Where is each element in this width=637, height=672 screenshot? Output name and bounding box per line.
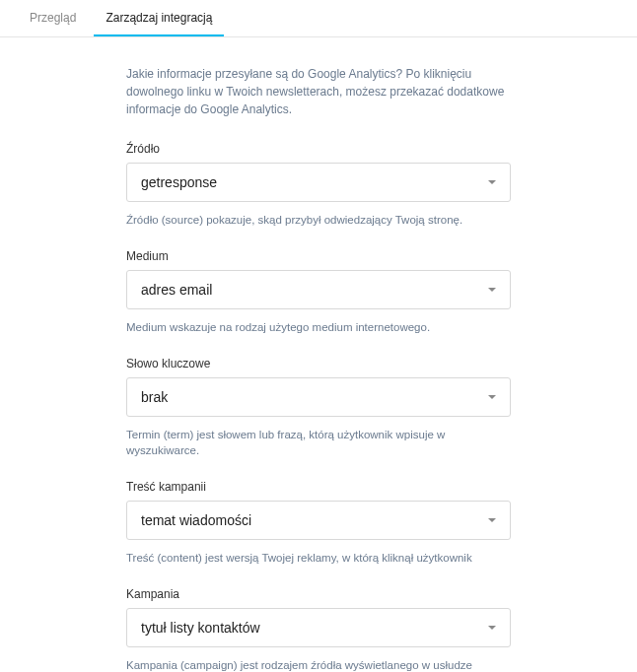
keyword-dropdown[interactable]: brak bbox=[126, 377, 511, 417]
medium-hint: Medium wskazuje na rodzaj użytego medium… bbox=[126, 319, 511, 335]
content-label: Treść kampanii bbox=[126, 480, 511, 494]
medium-value: adres email bbox=[141, 282, 212, 298]
field-medium: Medium adres email Medium wskazuje na ro… bbox=[126, 249, 511, 335]
content-dropdown[interactable]: temat wiadomości bbox=[126, 501, 511, 540]
keyword-label: Słowo kluczowe bbox=[126, 357, 511, 370]
medium-label: Medium bbox=[126, 249, 511, 263]
campaign-label: Kampania bbox=[126, 587, 511, 601]
form-content: Jakie informacje przesyłane są do Google… bbox=[0, 37, 637, 672]
tab-overview[interactable]: Przegląd bbox=[18, 0, 88, 36]
source-label: Źródło bbox=[126, 142, 511, 156]
content-value: temat wiadomości bbox=[141, 512, 251, 528]
content-hint: Treść (content) jest wersją Twojej rekla… bbox=[126, 550, 511, 566]
keyword-value: brak bbox=[141, 389, 168, 405]
chevron-down-icon bbox=[488, 180, 496, 184]
keyword-hint: Termin (term) jest słowem lub frazą, któ… bbox=[126, 427, 511, 458]
source-hint: Źródło (source) pokazuje, skąd przybył o… bbox=[126, 212, 511, 228]
chevron-down-icon bbox=[488, 518, 496, 522]
field-campaign: Kampania tytuł listy kontaktów Kampania … bbox=[126, 587, 511, 672]
source-value: getresponse bbox=[141, 174, 217, 190]
chevron-down-icon bbox=[488, 626, 496, 630]
source-dropdown[interactable]: getresponse bbox=[126, 163, 511, 202]
medium-dropdown[interactable]: adres email bbox=[126, 270, 511, 309]
chevron-down-icon bbox=[488, 288, 496, 292]
field-content: Treść kampanii temat wiadomości Treść (c… bbox=[126, 480, 511, 566]
campaign-dropdown[interactable]: tytuł listy kontaktów bbox=[126, 608, 511, 647]
tab-manage-integration[interactable]: Zarządzaj integracją bbox=[94, 0, 224, 36]
tabs: Przegląd Zarządzaj integracją bbox=[0, 0, 637, 37]
field-source: Źródło getresponse Źródło (source) pokaz… bbox=[126, 142, 511, 228]
chevron-down-icon bbox=[488, 395, 496, 399]
campaign-value: tytuł listy kontaktów bbox=[141, 620, 260, 636]
field-keyword: Słowo kluczowe brak Termin (term) jest s… bbox=[126, 357, 511, 458]
intro-text: Jakie informacje przesyłane są do Google… bbox=[126, 65, 511, 118]
campaign-hint: Kampania (campaign) jest rodzajem źródła… bbox=[126, 657, 511, 672]
